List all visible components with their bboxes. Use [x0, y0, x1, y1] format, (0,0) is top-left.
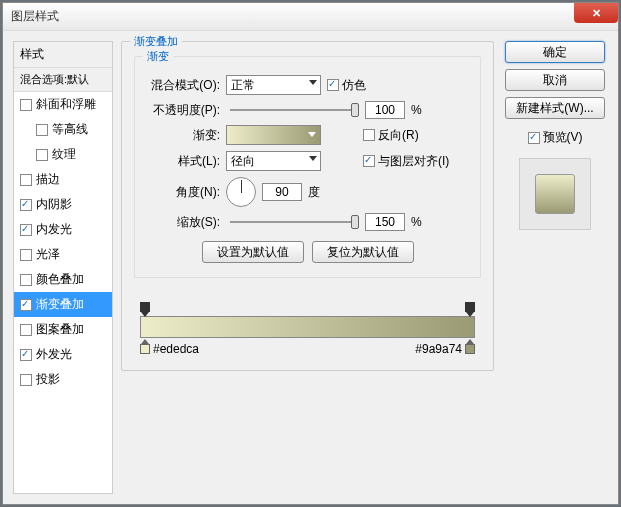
window-title: 图层样式 [11, 8, 59, 25]
cancel-button[interactable]: 取消 [505, 69, 605, 91]
scale-slider[interactable] [230, 221, 355, 223]
settings-panel: 渐变叠加 渐变 混合模式(O): 正常 ✓仿色 不透明度(P): [121, 41, 494, 494]
styles-list: 样式 混合选项:默认 斜面和浮雕等高线纹理描边内阴影内发光光泽颜色叠加渐变叠加图… [13, 41, 113, 494]
gradient-editor: #ededca #9a9a74 [134, 302, 481, 356]
color-stop-right[interactable] [465, 344, 475, 354]
style-checkbox[interactable] [36, 124, 48, 136]
style-item-1[interactable]: 等高线 [14, 117, 112, 142]
style-label: 光泽 [36, 246, 60, 263]
titlebar[interactable]: 图层样式 ✕ [3, 3, 618, 31]
style-checkbox[interactable] [20, 299, 32, 311]
new-style-button[interactable]: 新建样式(W)... [505, 97, 605, 119]
style-label: 外发光 [36, 346, 72, 363]
preview-swatch [535, 174, 575, 214]
style-item-3[interactable]: 描边 [14, 167, 112, 192]
style-item-5[interactable]: 内发光 [14, 217, 112, 242]
style-checkbox[interactable] [20, 374, 32, 386]
style-label: 内阴影 [36, 196, 72, 213]
gradient-label: 渐变: [145, 127, 220, 144]
color-stop-left-value: #ededca [153, 342, 199, 356]
styles-header: 样式 [14, 42, 112, 68]
angle-input[interactable] [262, 183, 302, 201]
style-checkbox[interactable] [20, 174, 32, 186]
set-default-button[interactable]: 设置为默认值 [202, 241, 304, 263]
style-checkbox[interactable] [20, 224, 32, 236]
style-checkbox[interactable] [20, 99, 32, 111]
style-label: 斜面和浮雕 [36, 96, 96, 113]
style-item-0[interactable]: 斜面和浮雕 [14, 92, 112, 117]
color-stop-right-value: #9a9a74 [415, 342, 462, 356]
opacity-slider[interactable] [230, 109, 355, 111]
chevron-down-icon [309, 80, 317, 85]
style-item-7[interactable]: 颜色叠加 [14, 267, 112, 292]
color-stop-left[interactable] [140, 344, 150, 354]
style-label: 颜色叠加 [36, 271, 84, 288]
style-item-11[interactable]: 投影 [14, 367, 112, 392]
preview-checkbox[interactable]: ✓预览(V) [528, 129, 583, 146]
style-label: 描边 [36, 171, 60, 188]
opacity-stop-left[interactable] [140, 302, 150, 312]
blend-options-row[interactable]: 混合选项:默认 [14, 68, 112, 92]
gradient-bar[interactable] [140, 316, 475, 338]
style-item-4[interactable]: 内阴影 [14, 192, 112, 217]
style-checkbox[interactable] [20, 199, 32, 211]
style-item-6[interactable]: 光泽 [14, 242, 112, 267]
style-label: 等高线 [52, 121, 88, 138]
close-button[interactable]: ✕ [574, 3, 618, 23]
dither-checkbox[interactable]: ✓仿色 [327, 77, 366, 94]
group-title: 渐变叠加 [130, 34, 182, 49]
align-checkbox[interactable]: ✓与图层对齐(I) [363, 153, 449, 170]
style-label: 图案叠加 [36, 321, 84, 338]
opacity-stop-right[interactable] [465, 302, 475, 312]
dialog-buttons: 确定 取消 新建样式(W)... ✓预览(V) [502, 41, 608, 494]
style-item-2[interactable]: 纹理 [14, 142, 112, 167]
style-label: 纹理 [52, 146, 76, 163]
scale-input[interactable] [365, 213, 405, 231]
style-checkbox[interactable] [20, 249, 32, 261]
style-item-10[interactable]: 外发光 [14, 342, 112, 367]
scale-label: 缩放(S): [145, 214, 220, 231]
reset-default-button[interactable]: 复位为默认值 [312, 241, 414, 263]
chevron-down-icon [309, 156, 317, 161]
style-item-8[interactable]: 渐变叠加 [14, 292, 112, 317]
ok-button[interactable]: 确定 [505, 41, 605, 63]
style-dropdown[interactable]: 径向 [226, 151, 321, 171]
opacity-label: 不透明度(P): [145, 102, 220, 119]
style-checkbox[interactable] [20, 274, 32, 286]
style-checkbox[interactable] [20, 349, 32, 361]
opacity-input[interactable] [365, 101, 405, 119]
angle-dial[interactable] [226, 177, 256, 207]
chevron-down-icon [308, 132, 316, 137]
gradient-picker[interactable] [226, 125, 321, 145]
reverse-checkbox[interactable]: 反向(R) [363, 127, 419, 144]
style-label: 样式(L): [145, 153, 220, 170]
style-label: 内发光 [36, 221, 72, 238]
style-checkbox[interactable] [36, 149, 48, 161]
blend-mode-dropdown[interactable]: 正常 [226, 75, 321, 95]
style-label: 投影 [36, 371, 60, 388]
style-label: 渐变叠加 [36, 296, 84, 313]
blend-mode-label: 混合模式(O): [145, 77, 220, 94]
style-checkbox[interactable] [20, 324, 32, 336]
inner-title: 渐变 [143, 49, 173, 64]
preview-box [519, 158, 591, 230]
style-item-9[interactable]: 图案叠加 [14, 317, 112, 342]
close-icon: ✕ [592, 7, 601, 20]
angle-label: 角度(N): [145, 184, 220, 201]
layer-style-dialog: 图层样式 ✕ 样式 混合选项:默认 斜面和浮雕等高线纹理描边内阴影内发光光泽颜色… [2, 2, 619, 505]
